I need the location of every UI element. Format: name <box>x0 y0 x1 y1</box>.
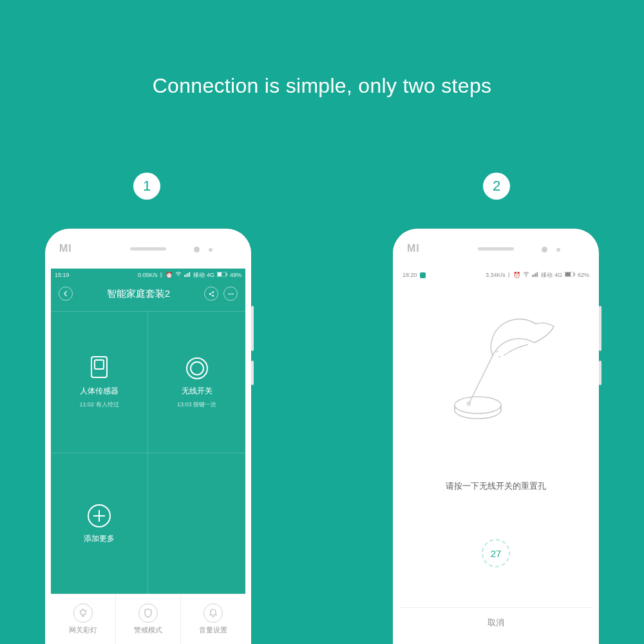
wifi-icon <box>523 272 529 278</box>
add-icon <box>86 502 113 529</box>
page-title: 智能家庭套装2 <box>107 288 170 300</box>
cancel-button[interactable]: 取消 <box>399 607 593 638</box>
bluetooth-icon: ᛒ <box>160 272 163 278</box>
svg-point-19 <box>526 276 527 277</box>
phone-bezel: MI <box>393 229 599 269</box>
add-device[interactable]: 添加更多 <box>51 453 148 594</box>
status-bar: 18:20 3.34K/s ᛒ ⏰ 移动 4G 62% <box>399 269 593 281</box>
svg-rect-25 <box>565 272 571 276</box>
screen-2: 18:20 3.34K/s ᛒ ⏰ 移动 4G 62% <box>399 269 593 644</box>
countdown-timer: 27 <box>482 539 510 567</box>
empty-cell <box>148 453 245 594</box>
speaker-grille <box>130 247 166 251</box>
device-sub: 13:03 按键一次 <box>177 401 216 409</box>
wireless-switch-icon <box>184 355 211 382</box>
step-badge-1: 1 <box>133 173 160 200</box>
svg-point-12 <box>232 293 233 294</box>
screen-1: 15:19 0.05K/s ᛒ ⏰ 移动 4G 49% <box>51 269 245 644</box>
svg-rect-5 <box>218 272 222 276</box>
bottom-bar: 网关彩灯 警戒模式 音量设置 <box>51 594 245 644</box>
more-button[interactable] <box>223 287 238 301</box>
status-time: 18:20 <box>402 272 417 278</box>
status-battery: 62% <box>578 272 589 278</box>
status-time: 15:19 <box>55 272 70 278</box>
signal-icon <box>184 272 191 278</box>
status-speed: 0.05K/s <box>138 272 158 278</box>
svg-rect-2 <box>187 273 189 277</box>
phone-mockup-2: MI 18:20 3.34K/s ᛒ ⏰ 移动 4G <box>393 229 599 644</box>
status-speed: 3.34K/s <box>486 272 506 278</box>
reset-illustration <box>431 307 560 436</box>
shield-icon <box>138 603 158 623</box>
brand-logo: MI <box>407 243 420 254</box>
svg-point-10 <box>228 293 229 294</box>
instruction-text: 请按一下无线开关的重置孔 <box>399 481 593 492</box>
device-label: 无线开关 <box>182 386 213 397</box>
lightbulb-icon <box>73 603 93 623</box>
volume-button <box>599 306 601 351</box>
svg-point-28 <box>455 397 501 413</box>
svg-rect-6 <box>226 273 227 276</box>
front-camera <box>542 247 547 252</box>
phone-bezel: MI <box>45 229 251 269</box>
headline: Connection is simple, only two steps <box>0 74 644 98</box>
tab-volume[interactable]: 音量设置 <box>181 594 245 644</box>
front-camera <box>194 247 200 252</box>
svg-rect-3 <box>189 272 191 278</box>
tab-label: 网关彩灯 <box>69 625 97 635</box>
svg-rect-1 <box>186 274 187 278</box>
svg-rect-23 <box>537 272 538 278</box>
status-network: 移动 4G <box>541 271 562 279</box>
countdown-value: 27 <box>482 539 510 567</box>
tab-alarm-mode[interactable]: 警戒模式 <box>116 594 181 644</box>
motion-sensor-icon <box>86 355 113 382</box>
front-sensor <box>209 248 213 252</box>
speaker-grille <box>478 247 514 251</box>
share-button[interactable] <box>204 287 218 301</box>
status-bar: 15:19 0.05K/s ᛒ ⏰ 移动 4G 49% <box>51 269 245 281</box>
device-sub: 11:02 有人经过 <box>79 401 118 409</box>
bell-icon <box>204 603 223 623</box>
volume-button <box>251 306 254 351</box>
svg-point-18 <box>80 610 86 615</box>
status-network: 移动 4G <box>193 271 214 279</box>
svg-rect-0 <box>184 275 185 277</box>
svg-rect-21 <box>534 274 535 278</box>
bluetooth-icon: ᛒ <box>507 272 511 278</box>
add-label: 添加更多 <box>84 533 115 544</box>
tab-label: 警戒模式 <box>134 625 162 635</box>
svg-point-15 <box>187 358 207 379</box>
svg-rect-20 <box>532 275 533 277</box>
device-motion-sensor[interactable]: 人体传感器 11:02 有人经过 <box>51 311 148 453</box>
app-indicator-icon <box>420 272 426 278</box>
front-sensor <box>556 248 560 252</box>
device-label: 人体传感器 <box>80 386 118 397</box>
svg-point-11 <box>230 293 231 294</box>
phone-mockup-1: MI 15:19 0.05K/s ᛒ ⏰ 移动 4G <box>45 229 251 644</box>
brand-logo: MI <box>59 243 72 254</box>
title-bar: 智能家庭套装2 <box>51 281 245 310</box>
device-wireless-switch[interactable]: 无线开关 13:03 按键一次 <box>148 311 245 453</box>
alarm-icon: ⏰ <box>513 272 520 278</box>
device-grid: 人体传感器 11:02 有人经过 无线开关 13:03 按键一次 添加更多 <box>51 311 245 594</box>
status-battery: 49% <box>230 272 242 278</box>
signal-icon <box>532 272 538 278</box>
power-button <box>251 361 254 385</box>
battery-icon <box>565 272 575 278</box>
pairing-content: 请按一下无线开关的重置孔 27 取消 <box>399 281 593 644</box>
alarm-icon: ⏰ <box>166 272 173 278</box>
step-badge-2: 2 <box>483 173 510 200</box>
svg-rect-22 <box>535 273 536 277</box>
tab-gateway-light[interactable]: 网关彩灯 <box>51 594 116 644</box>
battery-icon <box>217 272 227 278</box>
wifi-icon <box>175 272 182 278</box>
tab-label: 音量设置 <box>199 625 227 635</box>
svg-rect-26 <box>574 273 574 276</box>
power-button <box>599 361 601 385</box>
svg-rect-14 <box>95 360 104 369</box>
back-button[interactable] <box>59 287 73 301</box>
app-content: 智能家庭套装2 人体传感器 11:02 有人经过 <box>51 281 245 594</box>
svg-point-16 <box>191 362 204 375</box>
